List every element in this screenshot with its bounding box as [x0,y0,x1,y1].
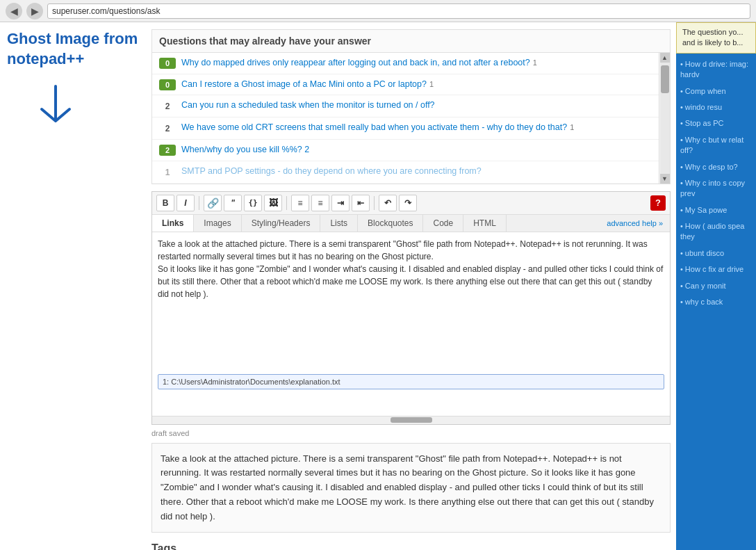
spacer [158,360,664,374]
sidebar-links: •How d drive: imag: hardv •Comp when •wi… [676,56,756,316]
questions-list: 0 Why do mapped drives only reappear aft… [152,53,670,184]
vote-badge: 2 [159,122,176,135]
tab-code[interactable]: Code [423,215,463,232]
editor-toolbar: B I 🔗 " {} 🖼 ≡ ≡ ⇥ ⇤ ↶ ↷ ? [152,192,670,215]
bullet: • [680,60,683,68]
editor-container: B I 🔗 " {} 🖼 ≡ ≡ ⇥ ⇤ ↶ ↷ ? Links Imag [151,191,671,425]
question-count: 1 [429,80,434,88]
spacer2 [158,389,664,410]
bullet: • [680,136,683,144]
table-row: 0 Can I restore a Ghost image of a Mac M… [152,74,670,96]
bullet: • [680,282,683,290]
bullet: • [680,103,683,111]
advanced-help-link[interactable]: advanced help » [600,216,670,231]
table-row: 2 When/why do you use kill %%? 2 [152,140,670,161]
tags-section: Tags display ✕ ghost-image ✕ windows-7 ✕… [151,542,671,550]
ul-button[interactable]: ≡ [311,195,329,211]
scroll-track [660,63,670,174]
preview-box: Take a look at the attached picture. The… [151,443,671,533]
vote-badge: 2 [159,100,176,113]
forward-button[interactable]: ▶ [26,3,43,19]
question-link[interactable]: Can you run a scheduled task when the mo… [181,100,435,110]
table-row: 1 SMTP and POP settings - do they depend… [152,161,670,184]
sidebar-link[interactable]: •Stop as PC [680,118,752,129]
tab-lists[interactable]: Lists [320,215,358,232]
tab-blockquotes[interactable]: Blockquotes [358,215,423,232]
sidebar-link[interactable]: •Why c but w relat off? [680,135,752,156]
code-button[interactable]: {} [244,195,262,211]
vote-badge: 0 [159,79,176,90]
table-row: 0 Why do mapped drives only reappear aft… [152,53,670,74]
question-link[interactable]: Why do mapped drives only reappear after… [181,58,530,67]
page-container: Ghost Image from notepad++ Questions tha… [0,22,756,550]
ol-button[interactable]: ≡ [291,195,309,211]
right-sidebar: The question yo...and is likely to b... … [676,22,756,550]
sidebar-link[interactable]: •ubunt disco [680,248,752,259]
sidebar-link[interactable]: •Comp when [680,86,752,97]
sidebar-link[interactable]: •How c fix ar drive [680,264,752,275]
bullet: • [680,87,683,95]
bullet: • [680,179,683,187]
tab-html[interactable]: HTML [463,215,507,232]
separator [199,196,199,210]
help-button[interactable]: ? [650,195,666,211]
bold-button[interactable]: B [156,195,174,211]
sidebar-link[interactable]: •My Sa powe [680,205,752,216]
tab-styling[interactable]: Styling/Headers [242,215,321,232]
redo-button[interactable]: ↷ [399,195,417,211]
question-link[interactable]: We have some old CRT screens that smell … [181,122,567,132]
scroll-up-btn[interactable]: ▲ [660,53,670,63]
bullet: • [680,206,683,214]
bullet: • [680,265,683,273]
file-path-input[interactable] [163,378,659,386]
main-content: Questions that may already have your ans… [146,22,676,550]
question-link[interactable]: SMTP and POP settings - do they depend o… [181,166,482,176]
tooltip-box: The question yo...and is likely to b... [676,22,756,54]
annotation-arrow-svg [28,83,83,138]
blockquote-button[interactable]: " [224,195,242,211]
indent-button[interactable]: ⇥ [331,195,350,211]
questions-panel: Questions that may already have your ans… [151,29,671,184]
question-link[interactable]: Can I restore a Ghost image of a Mac Min… [181,79,427,89]
vote-badge: 2 [159,145,176,156]
sidebar-link[interactable]: •Why c desp to? [680,162,752,172]
tab-links[interactable]: Links [152,215,194,232]
sidebar-link[interactable]: •How d drive: imag: hardv [680,59,752,81]
draft-saved: draft saved [151,429,671,437]
image-button[interactable]: 🖼 [264,195,282,211]
tags-label: Tags [151,542,671,550]
tab-images[interactable]: Images [194,215,241,232]
sidebar-link[interactable]: •why c back [680,297,752,307]
browser-bar: ◀ ▶ [0,0,756,22]
vote-badge: 0 [159,58,176,69]
scroll-down-btn[interactable]: ▼ [660,174,670,184]
sidebar-link[interactable]: •windo resu [680,102,752,113]
scroll-thumb [661,65,669,93]
question-count: 1 [570,123,574,131]
back-button[interactable]: ◀ [6,3,22,19]
question-count: 1 [533,58,537,67]
left-annotation: Ghost Image from notepad++ [0,22,146,550]
sidebar-link[interactable]: •Why c into s copy prev [680,178,752,200]
editor-bottom-scrollbar[interactable] [152,416,670,424]
table-row: 2 Can you run a scheduled task when the … [152,95,670,118]
sidebar-link[interactable]: •Can y monit [680,281,752,291]
annotation-text: Ghost Image from notepad++ [7,29,139,69]
file-upload-area [152,357,670,416]
file-input-row[interactable] [158,374,664,389]
sidebar-link[interactable]: •How ( audio spea they [680,221,752,243]
editor-textarea[interactable]: Take a look at the attached picture. The… [152,232,670,357]
bullet: • [680,163,683,171]
bullet: • [680,249,683,257]
h-scroll-thumb [391,417,432,423]
questions-scrollbar[interactable]: ▲ ▼ [659,53,670,184]
bullet: • [680,119,683,127]
italic-button[interactable]: I [176,195,195,211]
question-link[interactable]: When/why do you use kill %%? 2 [181,145,309,154]
undo-button[interactable]: ↶ [379,195,397,211]
editor-tabs: Links Images Styling/Headers Lists Block… [152,215,670,232]
url-bar[interactable] [47,3,750,19]
link-button[interactable]: 🔗 [204,195,222,211]
editor-body: Take a look at the attached picture. The… [152,232,670,357]
outdent-button[interactable]: ⇤ [352,195,370,211]
